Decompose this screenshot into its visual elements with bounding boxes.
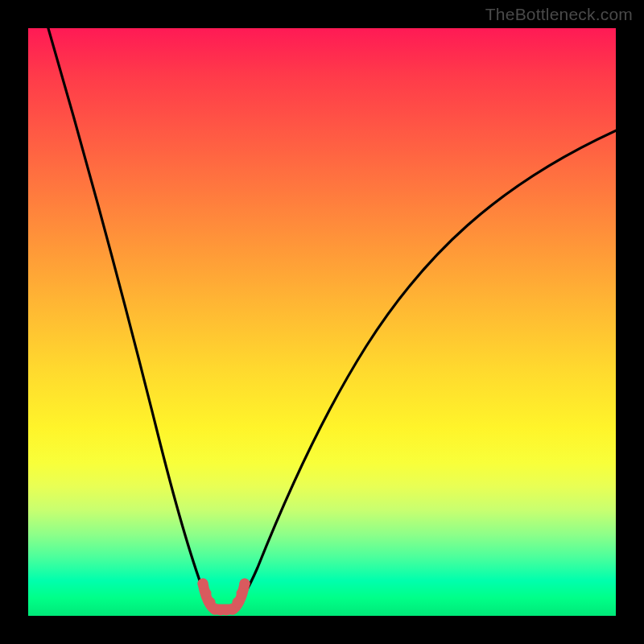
gradient-plot-area [28,28,616,616]
svg-point-0 [198,579,208,589]
trough-dots [198,579,250,616]
svg-point-8 [237,588,247,599]
chart-frame: TheBottleneck.com [0,0,644,644]
svg-point-9 [240,579,250,589]
watermark-text: TheBottleneck.com [485,5,633,24]
bottleneck-curve-right [233,129,616,608]
bottleneck-curve-left [46,28,213,608]
curve-layer [28,28,616,616]
